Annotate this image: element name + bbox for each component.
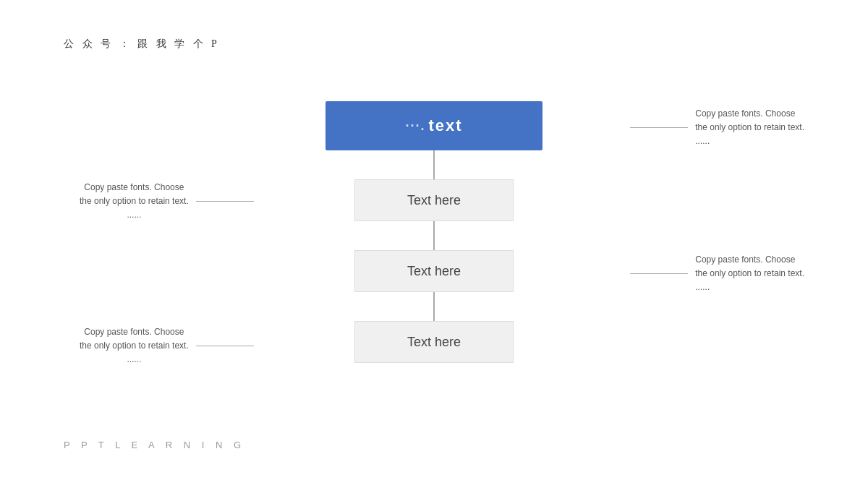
dots-icon: ···. bbox=[405, 119, 425, 134]
watermark-top: 公 众 号 ： 跟 我 学 个 P bbox=[64, 38, 220, 51]
annotation-left-1: Copy paste fonts. Choosethe only option … bbox=[80, 181, 254, 223]
annotation-left-1-text: Copy paste fonts. Choosethe only option … bbox=[80, 181, 189, 223]
annotation-line-right-2 bbox=[630, 273, 688, 274]
connector-3 bbox=[433, 292, 435, 321]
annotation-right-1: Copy paste fonts. Choosethe only option … bbox=[630, 107, 804, 149]
annotation-left-2-text: Copy paste fonts. Choosethe only option … bbox=[80, 325, 189, 367]
connector-2 bbox=[433, 221, 435, 250]
annotation-right-2-text: Copy paste fonts. Choosethe only option … bbox=[695, 253, 804, 295]
annotation-right-1-text: Copy paste fonts. Choosethe only option … bbox=[695, 107, 804, 149]
top-box-label: text bbox=[428, 116, 462, 135]
top-box: ···. text bbox=[326, 101, 542, 150]
annotation-line-left-1 bbox=[196, 201, 254, 202]
text-box-1: Text here bbox=[354, 179, 514, 221]
diagram: ···. text Text here Text here Text here bbox=[326, 101, 542, 363]
annotation-right-2: Copy paste fonts. Choosethe only option … bbox=[630, 253, 804, 295]
watermark-bottom: P P T L E A R N I N G bbox=[64, 440, 245, 450]
connector-1 bbox=[433, 150, 435, 179]
annotation-left-2: Copy paste fonts. Choosethe only option … bbox=[80, 325, 254, 367]
annotation-line-left-2 bbox=[196, 346, 254, 346]
text-box-2: Text here bbox=[354, 250, 514, 292]
annotation-line-right-1 bbox=[630, 127, 688, 128]
text-box-3: Text here bbox=[354, 321, 514, 363]
